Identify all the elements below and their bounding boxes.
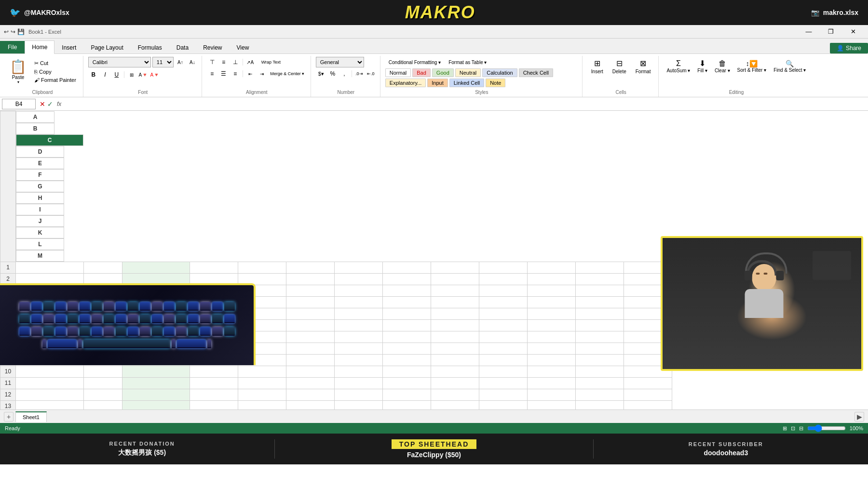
col-header-A[interactable]: A — [16, 111, 54, 123]
cell-G8[interactable] — [334, 343, 382, 354]
cell-F2[interactable] — [286, 273, 334, 285]
paste-button[interactable]: 📋 Paste ▾ — [6, 57, 30, 86]
align-center-button[interactable]: ☰ — [218, 68, 229, 79]
cell-K3[interactable] — [527, 285, 575, 296]
col-header-L[interactable]: L — [16, 238, 64, 250]
cell-F1[interactable] — [286, 262, 334, 273]
row-num-10[interactable]: 10 — [0, 366, 16, 377]
row-num-12[interactable]: 12 — [0, 389, 16, 400]
merge-center-button[interactable]: Merge & Center ▾ — [268, 68, 307, 79]
comma-button[interactable]: , — [339, 68, 350, 79]
cut-button[interactable]: ✂ Cut — [31, 59, 79, 67]
cell-F7[interactable] — [286, 331, 334, 343]
col-header-D[interactable]: D — [16, 146, 64, 158]
align-middle-button[interactable]: ≡ — [218, 57, 229, 67]
undo-icon[interactable]: ↩ — [4, 28, 9, 35]
number-format-select[interactable]: General — [316, 57, 364, 67]
underline-button[interactable]: U — [111, 69, 122, 80]
cell-L8[interactable] — [575, 343, 624, 354]
save-icon[interactable]: 💾 — [17, 28, 25, 35]
minimize-button[interactable]: — — [798, 25, 820, 39]
cell-H2[interactable] — [382, 273, 431, 285]
style-normal[interactable]: Normal — [385, 68, 411, 77]
copy-button[interactable]: ⎘ Copy — [31, 68, 79, 76]
insert-function-button[interactable]: fx — [55, 101, 63, 107]
fill-color-button[interactable]: A🔻 — [138, 69, 149, 80]
font-family-select[interactable]: Calibri — [88, 57, 151, 67]
decrease-font-button[interactable]: A↓ — [187, 57, 198, 67]
cell-K6[interactable] — [527, 319, 575, 331]
increase-decimal-button[interactable]: .0⇥ — [354, 68, 365, 79]
cell-F3[interactable] — [286, 285, 334, 296]
cell-F4[interactable] — [286, 296, 334, 308]
cell-K4[interactable] — [527, 296, 575, 308]
conditional-formatting-button[interactable]: Conditional Formatting ▾ — [385, 57, 444, 67]
cell-J1[interactable] — [479, 262, 527, 273]
cell-J2[interactable] — [479, 273, 527, 285]
cell-J6[interactable] — [479, 319, 527, 331]
orientation-button[interactable]: ↗A — [245, 57, 256, 67]
font-size-select[interactable]: 11 — [152, 57, 174, 67]
close-button[interactable]: ✕ — [842, 25, 864, 39]
cell-L2[interactable] — [575, 273, 624, 285]
cell-J8[interactable] — [479, 343, 527, 354]
cell-H7[interactable] — [382, 331, 431, 343]
tab-file[interactable]: File — [0, 41, 25, 53]
cell-H4[interactable] — [382, 296, 431, 308]
cell-G5[interactable] — [334, 308, 382, 319]
col-header-B[interactable]: B — [16, 123, 54, 134]
sort-filter-button[interactable]: ↕🔽 Sort & Filter ▾ — [734, 58, 770, 75]
italic-button[interactable]: I — [100, 69, 110, 80]
delete-cells-button[interactable]: ⊟ Delete — [609, 57, 630, 76]
view-break-icon[interactable]: ⊟ — [799, 425, 803, 432]
col-header-K[interactable]: K — [16, 227, 64, 238]
cell-I6[interactable] — [431, 319, 479, 331]
cell-G1[interactable] — [334, 262, 382, 273]
paste-dropdown-icon[interactable]: ▾ — [17, 80, 19, 84]
cell-F6[interactable] — [286, 319, 334, 331]
cell-L6[interactable] — [575, 319, 624, 331]
wrap-text-button[interactable]: Wrap Text — [257, 57, 285, 67]
font-color-button[interactable]: A🔻 — [149, 69, 160, 80]
cell-J5[interactable] — [479, 308, 527, 319]
row-num-11[interactable]: 11 — [0, 377, 16, 389]
cell-K2[interactable] — [527, 273, 575, 285]
cell-reference-box[interactable] — [2, 99, 36, 109]
style-check-cell[interactable]: Check Cell — [519, 68, 553, 77]
cell-K7[interactable] — [527, 331, 575, 343]
style-calculation[interactable]: Calculation — [482, 68, 517, 77]
cell-F5[interactable] — [286, 308, 334, 319]
style-linked-cell[interactable]: Linked Cell — [449, 79, 484, 87]
add-sheet-button[interactable]: + — [4, 412, 14, 422]
cell-I3[interactable] — [431, 285, 479, 296]
percent-button[interactable]: % — [327, 68, 338, 79]
align-left-button[interactable]: ≡ — [207, 68, 217, 79]
cell-H5[interactable] — [382, 308, 431, 319]
cell-I7[interactable] — [431, 331, 479, 343]
cell-J3[interactable] — [479, 285, 527, 296]
cell-L3[interactable] — [575, 285, 624, 296]
cell-H1[interactable] — [382, 262, 431, 273]
cell-L4[interactable] — [575, 296, 624, 308]
style-explanatory[interactable]: Explanatory... — [385, 79, 426, 87]
cell-K5[interactable] — [527, 308, 575, 319]
clear-button[interactable]: 🗑 Clear ▾ — [712, 57, 733, 75]
col-header-H[interactable]: H — [16, 192, 64, 204]
col-header-F[interactable]: F — [16, 169, 64, 181]
cell-H6[interactable] — [382, 319, 431, 331]
zoom-slider[interactable] — [807, 424, 846, 432]
redo-icon[interactable]: ↪ — [11, 28, 15, 35]
tab-insert[interactable]: Insert — [54, 41, 83, 54]
sheet-tab-sheet1[interactable]: Sheet1 — [15, 411, 47, 422]
col-header-E[interactable]: E — [16, 158, 64, 169]
cell-J4[interactable] — [479, 296, 527, 308]
fill-button[interactable]: ⬇ Fill ▾ — [694, 57, 710, 75]
cell-G3[interactable] — [334, 285, 382, 296]
cell-G2[interactable] — [334, 273, 382, 285]
style-bad[interactable]: Bad — [412, 68, 431, 77]
align-top-button[interactable]: ⊤ — [207, 57, 217, 67]
format-cells-button[interactable]: ⊠ Format — [632, 57, 655, 76]
col-header-J[interactable]: J — [16, 215, 64, 227]
cell-I4[interactable] — [431, 296, 479, 308]
cell-A1[interactable] — [16, 262, 84, 273]
